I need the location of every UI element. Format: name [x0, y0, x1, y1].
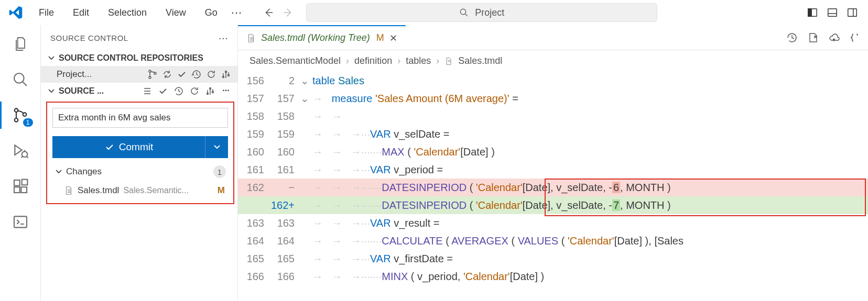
check-icon[interactable] — [158, 86, 168, 96]
gutter-new: 159 — [267, 125, 300, 143]
check-icon — [104, 142, 115, 152]
graph-icon[interactable] — [205, 86, 215, 96]
gutter-new: 163 — [267, 214, 300, 232]
gutter-new: − — [267, 179, 300, 196]
chevron-down-icon — [47, 54, 56, 62]
svg-rect-15 — [21, 180, 27, 185]
breadcrumb-item[interactable]: Sales.tmdl — [458, 55, 502, 66]
more-icon[interactable]: ··· — [221, 86, 231, 96]
commit-area: Commit Changes 1 Sales.tmdl Sales.Semant… — [46, 102, 234, 204]
command-center[interactable]: Project — [306, 3, 657, 22]
source-control-icon[interactable]: 1 — [10, 105, 31, 126]
check-icon[interactable] — [177, 69, 187, 80]
menu-go[interactable]: Go — [198, 4, 225, 21]
svg-rect-3 — [828, 9, 837, 17]
commit-message-input[interactable] — [52, 108, 228, 128]
gutter-old: 163 — [238, 214, 267, 232]
search-icon — [459, 8, 469, 17]
scm-providers-toolbar: ··· — [142, 86, 231, 96]
chevron-down-icon — [213, 143, 221, 151]
scm-providers-section[interactable]: SOURCE ... ··· — [41, 83, 237, 99]
cloud-icon[interactable] — [828, 32, 840, 43]
run-debug-icon[interactable] — [10, 140, 31, 161]
code-line: → → →·······CALCULATE ( AVERAGEX ( VALUE… — [309, 232, 683, 250]
breadcrumb-item[interactable]: Sales.SemanticModel — [249, 55, 341, 66]
refresh-icon[interactable] — [206, 69, 216, 80]
gutter-old: 159 — [238, 125, 267, 143]
svg-rect-12 — [14, 180, 20, 186]
fold-icon[interactable]: ⌄ — [300, 72, 309, 90]
gutter-old: 165 — [238, 250, 267, 267]
svg-point-9 — [14, 118, 18, 122]
breadcrumb-item[interactable]: tables — [406, 55, 431, 66]
toggle-panel-icon[interactable] — [826, 6, 839, 19]
commit-dropdown[interactable] — [205, 136, 228, 158]
tree-view-icon[interactable] — [142, 86, 153, 96]
file-path: Sales.Semantic... — [123, 186, 189, 195]
menu-view[interactable]: View — [158, 4, 193, 21]
changed-file-row[interactable]: Sales.tmdl Sales.Semantic... M — [52, 181, 228, 200]
history-icon[interactable] — [191, 69, 202, 80]
sync-icon[interactable] — [162, 69, 172, 80]
sidebar-header: SOURCE CONTROL ··· — [41, 25, 237, 50]
svg-point-11 — [21, 151, 27, 157]
menu-file[interactable]: File — [31, 4, 61, 21]
code-line: → → →···VAR v_firstDate = — [309, 250, 453, 267]
code-line: → → →·······MINX ( v_period, 'Calendar'[… — [309, 267, 544, 285]
menu-selection[interactable]: Selection — [101, 4, 154, 21]
menu-bar: File Edit Selection View Go — [31, 4, 225, 21]
breadcrumb[interactable]: Sales.SemanticModel› definition› tables›… — [238, 50, 868, 72]
nav-back-icon[interactable] — [261, 5, 276, 20]
tab-status: M — [376, 32, 384, 43]
svg-point-8 — [14, 108, 18, 112]
sidebar-more-icon[interactable]: ··· — [219, 32, 228, 44]
svg-rect-14 — [21, 187, 27, 193]
toggle-primary-sidebar-icon[interactable] — [806, 6, 819, 19]
explorer-icon[interactable] — [10, 34, 31, 54]
vscode-logo-icon — [8, 5, 23, 20]
svg-rect-2 — [808, 9, 811, 17]
changes-label: Changes — [66, 166, 102, 177]
titlebar: File Edit Selection View Go ··· Project — [0, 0, 868, 25]
scm-providers-heading: SOURCE ... — [59, 86, 104, 96]
scm-repos-section[interactable]: SOURCE CONTROL REPOSITORIES — [41, 50, 237, 66]
svg-rect-5 — [848, 9, 857, 17]
scm-repos-heading: SOURCE CONTROL REPOSITORIES — [59, 53, 203, 63]
gutter-old: 161 — [238, 161, 267, 179]
close-icon[interactable]: ✕ — [389, 32, 397, 44]
graph-icon[interactable] — [221, 69, 231, 80]
source-control-sidebar: SOURCE CONTROL ··· SOURCE CONTROL REPOSI… — [41, 25, 238, 301]
editor-tab[interactable]: Sales.tmdl (Working Tree) M ✕ — [238, 25, 406, 50]
terminal-icon[interactable] — [10, 211, 31, 232]
repo-row[interactable]: Project... — [41, 66, 237, 83]
changes-header[interactable]: Changes 1 — [52, 158, 228, 181]
gutter-new: 162+ — [267, 196, 300, 214]
gutter-new: 165 — [267, 250, 300, 267]
titlebar-layout-controls — [806, 6, 864, 19]
scm-badge: 1 — [23, 118, 33, 127]
code-line: table Sales — [309, 72, 364, 90]
gutter-old: 158 — [238, 107, 267, 125]
breadcrumb-item[interactable]: definition — [354, 55, 392, 66]
fold-icon[interactable]: ⌄ — [300, 90, 309, 107]
gutter-new: 166 — [267, 267, 300, 285]
toggle-secondary-sidebar-icon[interactable] — [846, 6, 859, 19]
open-file-icon[interactable] — [807, 32, 819, 43]
braces-icon[interactable] — [849, 32, 861, 43]
svg-point-0 — [460, 9, 466, 15]
extensions-icon[interactable] — [10, 176, 31, 197]
code-line: → → →···VAR v_result = — [309, 214, 439, 232]
nav-forward-icon[interactable] — [281, 5, 296, 20]
menu-overflow-icon[interactable]: ··· — [225, 3, 248, 23]
code-line: → measure 'Sales Amount (6M average)' = — [309, 90, 521, 107]
code-editor[interactable]: 1562⌄table Sales 157157⌄→ measure 'Sales… — [238, 72, 868, 285]
search-nav-icon[interactable] — [10, 69, 31, 90]
history-icon[interactable] — [173, 86, 184, 96]
history-icon[interactable] — [786, 32, 798, 43]
branch-icon[interactable] — [147, 69, 158, 80]
editor-actions — [786, 25, 868, 50]
menu-edit[interactable]: Edit — [66, 4, 96, 21]
refresh-icon[interactable] — [189, 86, 200, 96]
commit-button[interactable]: Commit — [52, 136, 205, 158]
gutter-old: 166 — [238, 267, 267, 285]
